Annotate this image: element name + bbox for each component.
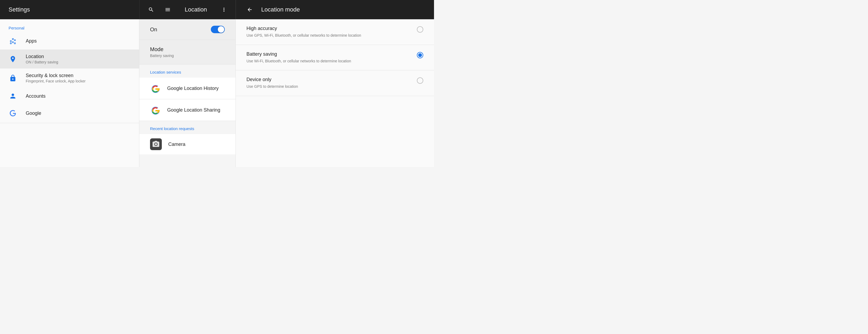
location-item-text: Location ON / Battery saving — [26, 54, 130, 64]
topbar: Settings Location Location mode — [0, 0, 434, 19]
sidebar-item-accounts[interactable]: Accounts — [0, 88, 139, 105]
camera-label: Camera — [168, 141, 185, 147]
mode-title: Mode — [150, 46, 225, 53]
sidebar-item-google[interactable]: Google — [0, 105, 139, 122]
location-toggle-row[interactable]: On — [139, 19, 236, 40]
location-services-label: Location services — [139, 65, 236, 78]
battery-saving-option[interactable]: Battery saving Use Wi-Fi, Bluetooth, or … — [236, 45, 434, 71]
google-location-sharing-item[interactable]: Google Location Sharing — [139, 99, 236, 121]
recent-location-label: Recent location requests — [139, 121, 236, 134]
google-nav-icon — [8, 109, 17, 118]
device-only-option[interactable]: Device only Use GPS to determine locatio… — [236, 70, 434, 96]
security-item-text: Security & lock screen Fingerprint, Face… — [26, 73, 130, 83]
location-item-title: Location — [26, 54, 130, 59]
high-accuracy-subtitle: Use GPS, Wi-Fi, Bluetooth, or cellular n… — [246, 33, 412, 38]
sidebar-item-location[interactable]: Location ON / Battery saving — [0, 49, 139, 68]
google-history-label: Google Location History — [167, 86, 219, 91]
high-accuracy-title: High accuracy — [246, 26, 412, 31]
battery-saving-text: Battery saving Use Wi-Fi, Bluetooth, or … — [246, 52, 412, 64]
security-item-title: Security & lock screen — [26, 73, 130, 78]
google-sharing-icon — [150, 105, 161, 115]
battery-saving-title: Battery saving — [246, 52, 412, 57]
back-icon — [247, 7, 253, 12]
google-history-icon — [150, 83, 161, 94]
menu-icon — [165, 7, 170, 12]
google-item-title: Google — [26, 110, 130, 116]
personal-section-header: Personal — [0, 22, 139, 32]
security-icon — [8, 74, 17, 82]
main-content: Personal Apps Location ON / Battery savi… — [0, 19, 434, 167]
nav-divider — [0, 123, 139, 123]
device-only-text: Device only Use GPS to determine locatio… — [246, 77, 412, 89]
battery-saving-subtitle: Use Wi-Fi, Bluetooth, or cellular networ… — [246, 59, 412, 64]
settings-nav: Personal Apps Location ON / Battery savi… — [0, 19, 139, 167]
back-button[interactable] — [245, 5, 255, 15]
apps-icon — [8, 37, 17, 45]
security-item-subtitle: Fingerprint, Face unlock, App locker — [26, 79, 130, 83]
location-item-subtitle: ON / Battery saving — [26, 60, 130, 64]
sidebar-item-security[interactable]: Security & lock screen Fingerprint, Face… — [0, 68, 139, 88]
accounts-item-title: Accounts — [26, 93, 130, 99]
search-button[interactable] — [146, 5, 156, 15]
google-item-text: Google — [26, 110, 130, 116]
menu-button[interactable] — [163, 5, 173, 15]
mode-subtitle: Battery saving — [150, 54, 225, 58]
topbar-right: Location mode — [236, 0, 434, 19]
location-settings-panel: On Mode Battery saving Location services — [139, 19, 236, 167]
topbar-left: Settings — [0, 6, 139, 13]
google-sharing-label: Google Location Sharing — [167, 107, 220, 113]
camera-app-icon — [150, 138, 162, 150]
search-icon — [148, 7, 154, 12]
camera-item[interactable]: Camera — [139, 134, 236, 155]
more-icon — [221, 7, 227, 12]
sidebar-item-apps[interactable]: Apps — [0, 32, 139, 49]
high-accuracy-text: High accuracy Use GPS, Wi-Fi, Bluetooth,… — [246, 26, 412, 38]
accounts-icon — [8, 92, 17, 100]
location-mode-title: Location mode — [261, 6, 300, 13]
device-only-radio[interactable] — [417, 77, 423, 84]
battery-saving-radio[interactable] — [417, 52, 423, 58]
accounts-item-text: Accounts — [26, 93, 130, 99]
more-button[interactable] — [219, 5, 229, 15]
apps-item-title: Apps — [26, 38, 130, 44]
google-location-history-item[interactable]: Google Location History — [139, 78, 236, 99]
location-icon — [8, 55, 17, 63]
location-title: Location — [179, 6, 212, 13]
apps-item-text: Apps — [26, 38, 130, 44]
high-accuracy-option[interactable]: High accuracy Use GPS, Wi-Fi, Bluetooth,… — [236, 19, 434, 45]
settings-title: Settings — [8, 6, 30, 13]
topbar-center: Location — [139, 0, 236, 19]
device-only-subtitle: Use GPS to determine location — [246, 84, 412, 89]
location-toggle[interactable] — [211, 26, 225, 33]
device-only-title: Device only — [246, 77, 412, 82]
toggle-label: On — [150, 27, 211, 33]
location-mode-row[interactable]: Mode Battery saving — [139, 40, 236, 65]
high-accuracy-radio[interactable] — [417, 26, 423, 33]
location-mode-panel: High accuracy Use GPS, Wi-Fi, Bluetooth,… — [236, 19, 434, 167]
